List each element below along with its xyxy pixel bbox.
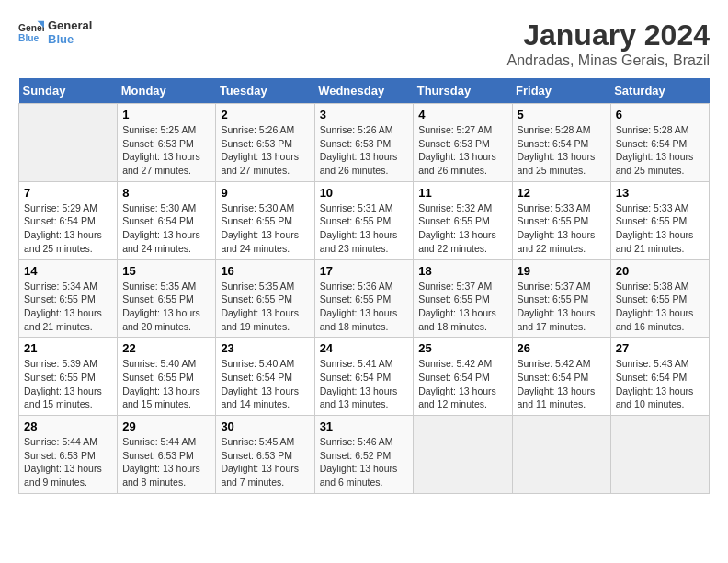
day-info: Sunrise: 5:42 AMSunset: 6:54 PMDaylight:… [518,357,606,411]
cell-w1-d2: 1Sunrise: 5:25 AMSunset: 6:53 PMDaylight… [118,104,216,182]
day-number: 7 [24,186,112,200]
cell-w4-d7: 27Sunrise: 5:43 AMSunset: 6:54 PMDayligh… [610,338,709,416]
cell-w5-d2: 29Sunrise: 5:44 AMSunset: 6:53 PMDayligh… [118,416,216,494]
cell-w1-d1 [19,104,118,182]
day-number: 22 [122,341,210,355]
day-info: Sunrise: 5:39 AMSunset: 6:55 PMDaylight:… [24,357,112,411]
day-number: 23 [221,341,309,355]
day-info: Sunrise: 5:35 AMSunset: 6:55 PMDaylight:… [221,280,309,334]
day-info: Sunrise: 5:33 AMSunset: 6:55 PMDaylight:… [518,201,606,256]
day-number: 5 [518,108,606,121]
day-number: 15 [122,264,210,278]
cell-w2-d6: 12Sunrise: 5:33 AMSunset: 6:55 PMDayligh… [512,181,610,259]
day-number: 25 [418,341,506,355]
day-info: Sunrise: 5:27 AMSunset: 6:53 PMDaylight:… [418,123,506,178]
cell-w2-d5: 11Sunrise: 5:32 AMSunset: 6:55 PMDayligh… [414,181,512,259]
svg-text:General: General [18,23,44,33]
cell-w1-d5: 4Sunrise: 5:27 AMSunset: 6:53 PMDaylight… [414,104,512,182]
cell-w5-d5 [414,416,512,494]
header-thursday: Thursday [414,78,512,104]
day-info: Sunrise: 5:32 AMSunset: 6:55 PMDaylight:… [418,201,506,256]
cell-w3-d7: 20Sunrise: 5:38 AMSunset: 6:55 PMDayligh… [610,259,709,338]
day-number: 30 [221,419,309,433]
day-number: 24 [320,341,409,355]
cell-w1-d7: 6Sunrise: 5:28 AMSunset: 6:54 PMDaylight… [610,104,709,182]
header-friday: Friday [512,78,610,104]
day-number: 10 [320,186,409,200]
cell-w5-d6 [512,416,610,494]
day-number: 12 [518,186,606,200]
cell-w3-d2: 15Sunrise: 5:35 AMSunset: 6:55 PMDayligh… [118,259,216,338]
day-number: 28 [24,419,112,433]
day-number: 13 [616,186,704,200]
cell-w4-d1: 21Sunrise: 5:39 AMSunset: 6:55 PMDayligh… [19,338,118,416]
week-row-2: 7Sunrise: 5:29 AMSunset: 6:54 PMDaylight… [19,181,710,259]
day-info: Sunrise: 5:40 AMSunset: 6:55 PMDaylight:… [122,357,210,411]
cell-w3-d6: 19Sunrise: 5:37 AMSunset: 6:55 PMDayligh… [512,259,610,338]
logo-blue: Blue [48,32,92,46]
day-info: Sunrise: 5:30 AMSunset: 6:54 PMDaylight:… [122,201,210,256]
day-info: Sunrise: 5:33 AMSunset: 6:55 PMDaylight:… [616,201,704,256]
week-row-3: 14Sunrise: 5:34 AMSunset: 6:55 PMDayligh… [19,259,710,338]
cell-w5-d4: 31Sunrise: 5:46 AMSunset: 6:52 PMDayligh… [314,416,414,494]
day-info: Sunrise: 5:28 AMSunset: 6:54 PMDaylight:… [616,123,704,178]
day-number: 1 [122,108,210,121]
cell-w5-d7 [610,416,709,494]
day-info: Sunrise: 5:34 AMSunset: 6:55 PMDaylight:… [24,280,112,334]
cell-w3-d3: 16Sunrise: 5:35 AMSunset: 6:55 PMDayligh… [216,259,314,338]
day-number: 18 [418,264,506,278]
calendar-subtitle: Andradas, Minas Gerais, Brazil [506,52,710,69]
day-info: Sunrise: 5:38 AMSunset: 6:55 PMDaylight:… [616,280,704,334]
day-info: Sunrise: 5:29 AMSunset: 6:54 PMDaylight:… [24,201,112,256]
logo: General Blue General Blue [18,18,92,46]
day-info: Sunrise: 5:26 AMSunset: 6:53 PMDaylight:… [320,123,409,178]
day-info: Sunrise: 5:26 AMSunset: 6:53 PMDaylight:… [221,123,309,178]
cell-w4-d6: 26Sunrise: 5:42 AMSunset: 6:54 PMDayligh… [512,338,610,416]
day-number: 27 [616,341,704,355]
day-number: 20 [616,264,704,278]
calendar-title: January 2024 [506,18,710,52]
cell-w3-d5: 18Sunrise: 5:37 AMSunset: 6:55 PMDayligh… [414,259,512,338]
header-monday: Monday [118,78,216,104]
day-info: Sunrise: 5:44 AMSunset: 6:53 PMDaylight:… [24,435,112,489]
cell-w2-d4: 10Sunrise: 5:31 AMSunset: 6:55 PMDayligh… [314,181,414,259]
cell-w2-d2: 8Sunrise: 5:30 AMSunset: 6:54 PMDaylight… [118,181,216,259]
calendar-table: SundayMondayTuesdayWednesdayThursdayFrid… [18,78,710,494]
day-number: 8 [122,186,210,200]
cell-w1-d6: 5Sunrise: 5:28 AMSunset: 6:54 PMDaylight… [512,104,610,182]
cell-w1-d3: 2Sunrise: 5:26 AMSunset: 6:53 PMDaylight… [216,104,314,182]
day-number: 3 [320,108,409,121]
week-row-1: 1Sunrise: 5:25 AMSunset: 6:53 PMDaylight… [19,104,710,182]
day-info: Sunrise: 5:28 AMSunset: 6:54 PMDaylight:… [518,123,606,178]
day-info: Sunrise: 5:40 AMSunset: 6:54 PMDaylight:… [221,357,309,411]
day-number: 9 [221,186,309,200]
day-number: 31 [320,419,409,433]
day-info: Sunrise: 5:36 AMSunset: 6:55 PMDaylight:… [320,280,409,334]
cell-w3-d4: 17Sunrise: 5:36 AMSunset: 6:55 PMDayligh… [314,259,414,338]
week-row-5: 28Sunrise: 5:44 AMSunset: 6:53 PMDayligh… [19,416,710,494]
logo-general: General [48,18,92,32]
day-info: Sunrise: 5:44 AMSunset: 6:53 PMDaylight:… [122,435,210,489]
cell-w3-d1: 14Sunrise: 5:34 AMSunset: 6:55 PMDayligh… [19,259,118,338]
logo-icon: General Blue [18,19,44,45]
cell-w5-d3: 30Sunrise: 5:45 AMSunset: 6:53 PMDayligh… [216,416,314,494]
day-number: 11 [418,186,506,200]
day-info: Sunrise: 5:37 AMSunset: 6:55 PMDaylight:… [518,280,606,334]
header-wednesday: Wednesday [314,78,414,104]
day-number: 26 [518,341,606,355]
day-number: 2 [221,108,309,121]
day-info: Sunrise: 5:42 AMSunset: 6:54 PMDaylight:… [418,357,506,411]
cell-w5-d1: 28Sunrise: 5:44 AMSunset: 6:53 PMDayligh… [19,416,118,494]
cell-w4-d3: 23Sunrise: 5:40 AMSunset: 6:54 PMDayligh… [216,338,314,416]
cell-w4-d5: 25Sunrise: 5:42 AMSunset: 6:54 PMDayligh… [414,338,512,416]
cell-w2-d1: 7Sunrise: 5:29 AMSunset: 6:54 PMDaylight… [19,181,118,259]
day-info: Sunrise: 5:43 AMSunset: 6:54 PMDaylight:… [616,357,704,411]
day-number: 19 [518,264,606,278]
cell-w1-d4: 3Sunrise: 5:26 AMSunset: 6:53 PMDaylight… [314,104,414,182]
day-number: 16 [221,264,309,278]
day-number: 21 [24,341,112,355]
cell-w4-d4: 24Sunrise: 5:41 AMSunset: 6:54 PMDayligh… [314,338,414,416]
svg-text:Blue: Blue [18,33,40,43]
day-info: Sunrise: 5:35 AMSunset: 6:55 PMDaylight:… [122,280,210,334]
day-info: Sunrise: 5:46 AMSunset: 6:52 PMDaylight:… [320,435,409,489]
